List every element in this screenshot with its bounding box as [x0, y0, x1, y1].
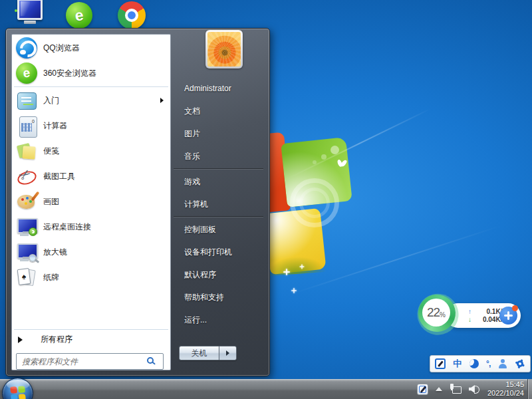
monitor-base: [24, 21, 36, 24]
system-tray: 15:45 2022/10/24: [417, 379, 524, 399]
all-programs-button[interactable]: 所有程序: [12, 331, 170, 348]
remote-desktop-icon: [16, 216, 37, 237]
desktop-icon-chrome[interactable]: [118, 1, 146, 29]
menu-item-computer[interactable]: 计算机: [171, 193, 266, 215]
submenu-arrow-icon: [160, 98, 164, 103]
upload-arrow-icon: ↑: [468, 308, 473, 315]
computer-icon: [17, 0, 43, 20]
menu-item-label: 便笺: [43, 146, 59, 157]
search-box: [16, 353, 162, 370]
clock-time: 15:45: [487, 380, 524, 389]
start-menu-left-panel: QQ浏览器 360安全浏览器 入门 计算器 便笺 截图工具: [11, 34, 171, 370]
menu-divider: [14, 329, 168, 330]
user-avatar[interactable]: [205, 30, 243, 68]
network-icon[interactable]: [450, 384, 462, 394]
menu-item-label: 入门: [43, 95, 59, 106]
menu-item-snipping-tool[interactable]: 截图工具: [12, 164, 170, 189]
menu-item-getting-started[interactable]: 入门: [12, 88, 170, 113]
clock-date: 2022/10/24: [487, 389, 524, 398]
desktop-icon-360-browser[interactable]: [66, 2, 92, 29]
menu-item-360-browser[interactable]: 360安全浏览器: [12, 61, 170, 86]
menu-item-default-programs[interactable]: 默认程序: [171, 263, 266, 286]
menu-divider: [14, 86, 168, 87]
show-hidden-icons-button[interactable]: [436, 387, 442, 391]
solitaire-icon: [16, 267, 37, 288]
menu-item-label: 纸牌: [43, 272, 59, 283]
ball-center: 22 %: [422, 299, 450, 327]
all-programs-arrow-icon: [18, 336, 23, 343]
calculator-icon: [16, 115, 37, 136]
360-browser-icon: [16, 63, 37, 84]
all-programs-label: 所有程序: [41, 334, 72, 345]
menu-item-qq-browser[interactable]: QQ浏览器: [12, 35, 170, 61]
menu-item-devices-printers[interactable]: 设备和打印机: [171, 241, 266, 263]
wallpaper-sparkle: [283, 269, 290, 275]
wallpaper-ring: [290, 178, 339, 227]
menu-item-magnifier[interactable]: 放大镜: [12, 239, 170, 265]
menu-item-control-panel[interactable]: 控制面板: [171, 218, 266, 241]
ime-logo-icon[interactable]: [435, 358, 446, 369]
menu-item-label: 截图工具: [43, 171, 75, 182]
right-panel-list: Administrator 文档 图片 音乐 游戏 计算机 控制面板 设备和打印…: [171, 77, 266, 331]
power-led: [15, 9, 17, 12]
shutdown-area: 关机: [179, 346, 237, 360]
snipping-tool-icon: [16, 166, 37, 187]
menu-item-solitaire[interactable]: 纸牌: [12, 265, 170, 290]
menu-item-games[interactable]: 游戏: [171, 170, 266, 193]
menu-item-label: QQ浏览器: [43, 43, 80, 54]
menu-item-user-name[interactable]: Administrator: [171, 77, 266, 100]
magnifier-icon: [16, 241, 37, 263]
start-menu-right-panel: Administrator 文档 图片 音乐 游戏 计算机 控制面板 设备和打印…: [171, 34, 266, 370]
ime-punctuation-button[interactable]: °,: [486, 359, 490, 368]
qq-browser-icon: [16, 37, 37, 59]
menu-divider: [174, 216, 263, 217]
ime-fullwidth-moon-icon[interactable]: [469, 359, 479, 368]
desktop-icon-computer[interactable]: [16, 0, 45, 28]
download-arrow-icon: ↓: [468, 316, 473, 323]
memory-usage-ball[interactable]: 22 %: [418, 295, 456, 332]
menu-divider: [174, 168, 263, 170]
ime-language-bar: 中 °,: [430, 355, 531, 372]
windows-logo-icon: [10, 386, 25, 399]
tray-clock[interactable]: 15:45 2022/10/24: [487, 380, 524, 398]
menu-item-remote-desktop[interactable]: 远程桌面连接: [12, 214, 170, 239]
shutdown-arrow-icon: [226, 350, 229, 356]
avatar-flower-picture: [207, 32, 241, 66]
wallpaper-grass: [264, 255, 327, 276]
getting-started-icon: [16, 90, 37, 111]
menu-item-music[interactable]: 音乐: [171, 145, 266, 168]
wallpaper-butterfly: [338, 160, 347, 169]
tray-ime-icon[interactable]: [417, 384, 428, 395]
start-menu: QQ浏览器 360安全浏览器 入门 计算器 便笺 截图工具: [5, 28, 270, 376]
usage-percent-unit: %: [440, 311, 446, 319]
notification-dot: [512, 305, 518, 311]
accelerate-button[interactable]: [499, 307, 517, 325]
search-input[interactable]: [16, 353, 164, 370]
menu-item-calculator[interactable]: 计算器: [12, 113, 170, 138]
desktop: QQ浏览器 360安全浏览器 入门 计算器 便笺 截图工具: [0, 0, 532, 399]
menu-item-help-support[interactable]: 帮助和支持: [171, 286, 266, 309]
menu-item-run[interactable]: 运行...: [171, 309, 266, 331]
menu-item-documents[interactable]: 文档: [171, 100, 266, 122]
search-icon: [147, 357, 154, 364]
menu-item-paint[interactable]: 画图: [12, 189, 170, 214]
shutdown-button[interactable]: 关机: [179, 346, 219, 360]
wallpaper-sparkle: [300, 265, 305, 269]
shutdown-options-button[interactable]: [219, 346, 237, 360]
menu-item-label: 画图: [43, 196, 59, 207]
ime-mode-button[interactable]: 中: [453, 358, 462, 370]
menu-item-label: 计算器: [43, 120, 67, 132]
sticky-notes-icon: [16, 140, 37, 162]
show-desktop-button[interactable]: [527, 379, 532, 399]
menu-item-sticky-notes[interactable]: 便笺: [12, 138, 170, 164]
usage-percent-value: 22: [427, 305, 440, 320]
menu-item-label: 放大镜: [43, 247, 67, 258]
paint-icon: [16, 191, 37, 212]
ime-settings-gear-icon[interactable]: [513, 357, 527, 371]
volume-icon[interactable]: [469, 384, 480, 394]
ime-user-icon[interactable]: [498, 359, 507, 368]
menu-item-label: 远程桌面连接: [43, 221, 91, 233]
menu-item-label: 360安全浏览器: [43, 68, 96, 79]
menu-item-pictures[interactable]: 图片: [171, 122, 266, 145]
spacer: [12, 290, 170, 329]
